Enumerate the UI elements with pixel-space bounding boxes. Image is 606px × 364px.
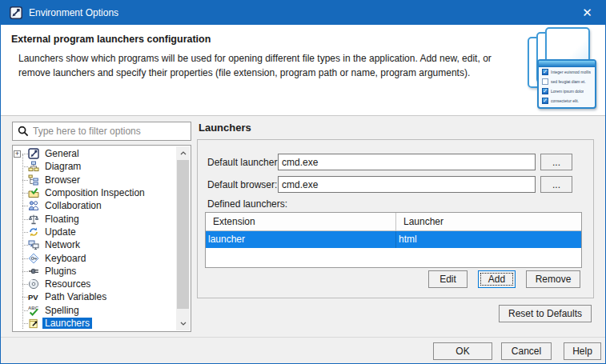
default-launcher-browse-button[interactable]: ... [540, 154, 572, 170]
tree-item-update[interactable]: Update [13, 226, 176, 238]
checklist-titlebar-icon [539, 61, 595, 67]
tree-item-label: Spelling [42, 305, 82, 316]
tree-item-label: Path Variables [42, 291, 109, 302]
checklist-item: sed feugiat diam et. [539, 77, 595, 86]
tree-item-label: Keyboard [42, 253, 88, 264]
page-title: External program launchers configuration [11, 34, 211, 45]
window-title: Environment Options [29, 7, 118, 18]
browser-icon [28, 174, 39, 186]
cancel-button[interactable]: Cancel [501, 342, 552, 360]
tree-item-label: Update [42, 226, 78, 238]
column-header-launcher[interactable]: Launcher [396, 213, 581, 230]
plugins-icon [28, 266, 39, 277]
search-icon [18, 126, 29, 137]
defined-launchers-label: Defined launchers: [207, 198, 287, 210]
tree-item-label: Experience [42, 330, 95, 331]
tree-item-label: Plugins [42, 266, 78, 277]
cell-extension: launcher [206, 231, 396, 248]
checklist-item: ✓consectetur elit. [539, 96, 595, 106]
unchecked-checkbox-icon [542, 78, 548, 85]
dialog-body: +GeneralDiagramBrowserComposition Inspec… [1, 117, 605, 337]
launchers-groupbox: Default launcher: ... Default browser: .… [197, 139, 594, 298]
dialog-header: External program launchers configuration… [1, 25, 605, 116]
filter-input[interactable] [33, 126, 191, 137]
spelling-icon: ABC [28, 305, 39, 316]
checklist-item-label: Lorem ipsum dolor [551, 89, 584, 94]
checked-checkbox-icon: ✓ [542, 88, 548, 94]
tree-item-collaboration[interactable]: Collaboration [13, 199, 176, 212]
environment-options-dialog: Environment Options ✕ External program l… [0, 0, 606, 364]
cell-launcher: html [396, 231, 581, 248]
remove-button[interactable]: Remove [526, 270, 580, 288]
launchers-checklist-illustration: ✓Integer euismod mollissed feugiat diam … [521, 27, 601, 112]
expand-icon[interactable]: + [14, 150, 21, 158]
checked-checkbox-icon: ✓ [542, 69, 548, 75]
tree-item-keyboard[interactable]: Keyboard [13, 251, 176, 264]
checklist-item-label: sed feugiat diam et. [551, 79, 586, 84]
checklist-panel-icon: ✓Integer euismod mollissed feugiat diam … [537, 59, 596, 109]
column-header-extension[interactable]: Extension [206, 213, 396, 230]
tree-item-label: Composition Inspection [42, 187, 147, 198]
section-title: Launchers [199, 122, 251, 134]
collaboration-icon [28, 200, 39, 211]
page-description: Launchers show which programs will be us… [18, 51, 508, 80]
general-icon [28, 148, 39, 159]
dialog-footer: OK Cancel Help [1, 337, 605, 364]
tree-item-label: Diagram [42, 161, 83, 172]
launchers-icon [28, 318, 39, 329]
table-row[interactable]: launcherhtml [206, 231, 581, 248]
tree-item-label: Collaboration [42, 200, 104, 211]
resources-icon [28, 278, 39, 290]
scroll-down-icon[interactable] [176, 317, 190, 330]
default-browser-browse-button[interactable]: ... [540, 176, 572, 193]
checklist-item: ✓Lorem ipsum dolor [539, 86, 595, 96]
checklist-item: ✓Integer euismod mollis [539, 67, 595, 77]
tree-item-label: Browser [42, 174, 82, 186]
reset-to-defaults-button[interactable]: Reset to Defaults [499, 305, 592, 322]
default-browser-input[interactable] [278, 176, 536, 193]
close-button[interactable]: ✕ [569, 1, 605, 25]
tree-item-launchers[interactable]: Launchers [13, 317, 176, 330]
network-icon [28, 239, 39, 250]
tree-item-label: Floating [42, 214, 82, 225]
help-button[interactable]: Help [564, 342, 601, 360]
update-icon [28, 226, 39, 238]
tree-item-browser[interactable]: Browser [13, 174, 176, 186]
app-icon [10, 6, 22, 19]
composition-inspection-icon [28, 187, 39, 198]
default-browser-label: Default browser: [207, 179, 277, 190]
tree-item-floating[interactable]: Floating [13, 212, 176, 225]
experience-icon: E [28, 330, 39, 331]
tree-item-composition-inspection[interactable]: Composition Inspection [13, 186, 176, 199]
tree-scrollbar[interactable] [176, 146, 190, 330]
scroll-up-icon[interactable] [176, 146, 190, 160]
ok-button[interactable]: OK [433, 342, 492, 360]
default-launcher-label: Default launcher: [207, 157, 280, 168]
tree-item-plugins[interactable]: Plugins [13, 265, 176, 278]
options-tree: +GeneralDiagramBrowserComposition Inspec… [13, 147, 176, 331]
defined-launchers-table: Extension Launcher launcherhtml [205, 212, 582, 268]
options-tree-panel: +GeneralDiagramBrowserComposition Inspec… [12, 145, 191, 332]
keyboard-icon [28, 253, 39, 264]
diagram-icon [28, 161, 39, 172]
tree-item-network[interactable]: Network [13, 238, 176, 251]
edit-button[interactable]: Edit [428, 270, 468, 288]
tree-item-diagram[interactable]: Diagram [13, 160, 176, 173]
titlebar: Environment Options ✕ [1, 1, 605, 25]
scrollbar-thumb[interactable] [177, 160, 189, 309]
checklist-item-label: consectetur elit. [551, 98, 579, 103]
table-header-row: Extension Launcher [206, 213, 581, 231]
tree-item-label: Network [42, 239, 82, 250]
tree-item-label: General [42, 148, 82, 159]
tree-item-spelling[interactable]: ABCSpelling [13, 304, 176, 317]
add-button[interactable]: Add [478, 270, 516, 288]
floating-icon [28, 214, 39, 225]
default-launcher-input[interactable] [278, 154, 536, 170]
tree-item-experience[interactable]: EExperience [13, 330, 176, 331]
checked-checkbox-icon: ✓ [542, 98, 548, 104]
tree-item-resources[interactable]: Resources [13, 278, 176, 290]
tree-item-path-variables[interactable]: PVPath Variables [13, 290, 176, 303]
tree-item-label: Resources [42, 278, 93, 290]
tree-item-general[interactable]: +General [13, 147, 176, 160]
checklist-item-label: Integer euismod mollis [551, 70, 591, 74]
